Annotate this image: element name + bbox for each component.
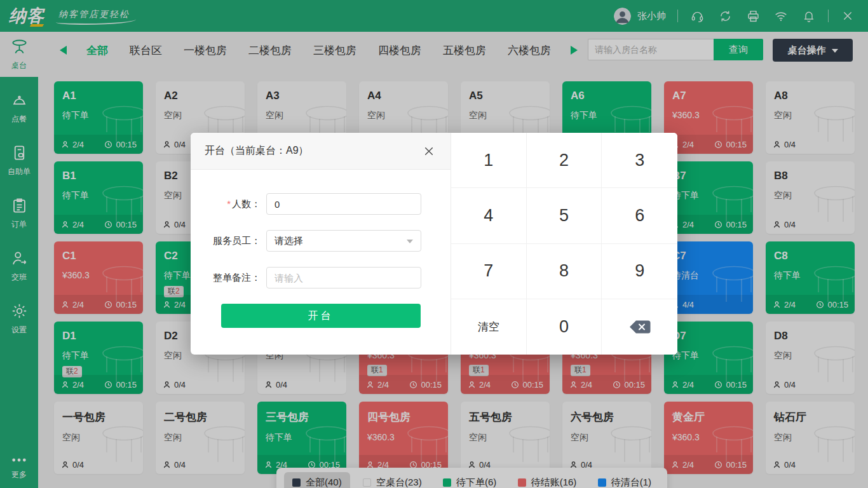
remark-label: 整单备注： bbox=[201, 272, 261, 284]
numpad-backspace-key[interactable] bbox=[602, 299, 677, 355]
people-count-input[interactable] bbox=[266, 193, 421, 215]
close-modal-icon[interactable] bbox=[421, 144, 437, 159]
open-table-form: 开台（当前桌台：A9） *人数： 服务员工： 请选择 整单备注： 开台 bbox=[191, 133, 451, 355]
remark-input[interactable] bbox=[266, 267, 421, 288]
caret-down-icon bbox=[407, 240, 413, 247]
numpad-key-7[interactable]: 7 bbox=[451, 244, 527, 299]
numpad-key-3[interactable]: 3 bbox=[602, 133, 677, 188]
numpad-key-0[interactable]: 0 bbox=[527, 299, 602, 355]
open-table-submit-button[interactable]: 开台 bbox=[221, 304, 421, 328]
open-table-modal: 开台（当前桌台：A9） *人数： 服务员工： 请选择 整单备注： 开台 1234… bbox=[191, 133, 677, 355]
staff-label: 服务员工： bbox=[201, 235, 261, 247]
numpad-key-清空[interactable]: 清空 bbox=[451, 299, 527, 355]
numpad-key-2[interactable]: 2 bbox=[527, 133, 602, 188]
numpad-key-4[interactable]: 4 bbox=[451, 188, 527, 243]
numpad-key-6[interactable]: 6 bbox=[602, 188, 677, 243]
staff-select[interactable]: 请选择 bbox=[266, 230, 421, 252]
numpad-key-8[interactable]: 8 bbox=[527, 244, 602, 299]
numpad-key-1[interactable]: 1 bbox=[451, 133, 527, 188]
numpad-key-5[interactable]: 5 bbox=[527, 188, 602, 243]
numpad-key-9[interactable]: 9 bbox=[602, 244, 677, 299]
people-count-label: *人数： bbox=[201, 198, 261, 210]
modal-title: 开台（当前桌台：A9） bbox=[205, 144, 309, 158]
numpad: 123456789清空0 bbox=[451, 133, 677, 355]
